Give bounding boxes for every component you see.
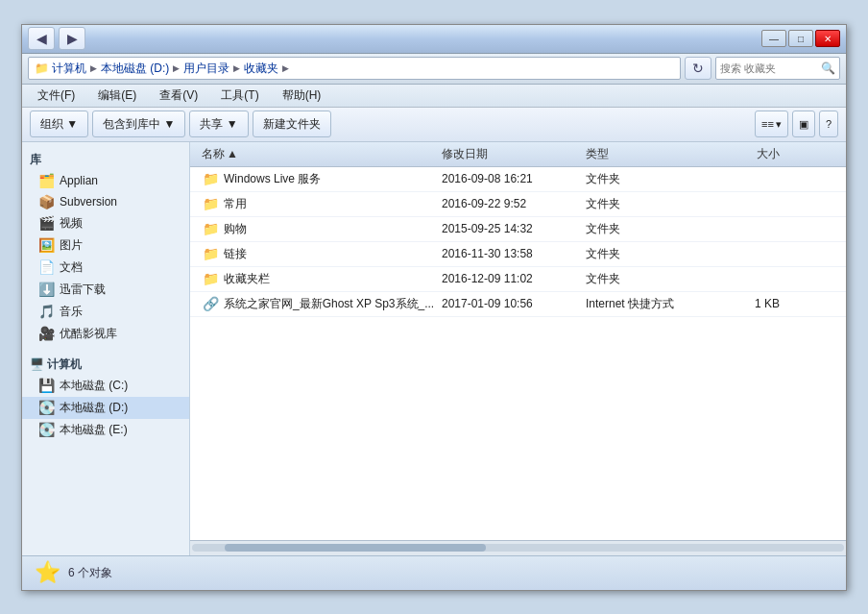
sidebar-item-applian[interactable]: 🗂️ Applian xyxy=(22,170,189,191)
sidebar-item-disk-d[interactable]: 💽 本地磁盘 (D:) xyxy=(22,397,189,419)
disk-e-icon: 💽 xyxy=(37,422,55,437)
menu-edit[interactable]: 编辑(E) xyxy=(90,86,144,106)
sidebar-item-subversion[interactable]: 📦 Subversion xyxy=(22,191,189,212)
title-bar-left: ◀ ▶ xyxy=(28,27,85,50)
file-icon-3: 📁 xyxy=(202,246,219,261)
col-header-type[interactable]: 类型 xyxy=(582,142,707,166)
file-list-area: 名称 ▲ 修改日期 类型 大小 📁 Win xyxy=(190,142,846,555)
disk-c-icon: 💾 xyxy=(37,378,55,393)
new-folder-label: 新建文件夹 xyxy=(263,116,321,133)
scrollbar-thumb[interactable] xyxy=(225,544,486,552)
file-name-1: 📁 常用 xyxy=(198,196,438,212)
sidebar-item-youku[interactable]: 🎥 优酷影视库 xyxy=(22,323,189,345)
sidebar-item-xunlei[interactable]: ⬇️ 迅雷下载 xyxy=(22,279,189,301)
address-part-disk[interactable]: 本地磁盘 (D:) xyxy=(101,61,169,77)
refresh-button[interactable]: ↻ xyxy=(685,57,711,80)
window-controls: — □ ✕ xyxy=(761,30,840,47)
breadcrumb-sep-4: ▶ xyxy=(282,63,289,73)
file-name-3: 📁 链接 xyxy=(198,246,438,262)
share-button[interactable]: 共享 ▼ xyxy=(189,111,248,137)
file-type-3: 文件夹 xyxy=(582,246,707,262)
sidebar-label-video: 视频 xyxy=(60,215,83,232)
menu-tools[interactable]: 工具(T) xyxy=(213,86,266,106)
sidebar-label-applian: Applian xyxy=(60,174,98,187)
col-header-size[interactable]: 大小 xyxy=(707,142,784,166)
col-header-date[interactable]: 修改日期 xyxy=(438,142,582,166)
pane-button[interactable]: ▣ xyxy=(792,111,815,137)
file-type-1: 文件夹 xyxy=(582,196,707,212)
file-name-5: 🔗 系统之家官网_最新Ghost XP Sp3系统_... xyxy=(198,296,438,312)
search-box[interactable]: 🔍 xyxy=(715,57,840,80)
help-button[interactable]: ? xyxy=(819,111,838,137)
address-path[interactable]: 📁 计算机 ▶ 本地磁盘 (D:) ▶ 用户目录 ▶ 收藏夹 ▶ xyxy=(28,57,681,80)
include-label: 包含到库中 ▼ xyxy=(103,116,175,133)
search-input[interactable] xyxy=(720,62,819,74)
status-text: 6 个对象 xyxy=(68,565,112,581)
music-icon: 🎵 xyxy=(37,304,55,319)
file-row-2[interactable]: 📁 购物 2015-09-25 14:32 文件夹 xyxy=(190,217,846,242)
sidebar-label-docs: 文档 xyxy=(60,259,83,276)
menu-view[interactable]: 查看(V) xyxy=(152,86,205,106)
organize-label: 组织 ▼ xyxy=(40,116,78,133)
forward-button[interactable]: ▶ xyxy=(59,27,85,50)
sidebar-label-disk-d: 本地磁盘 (D:) xyxy=(60,400,128,416)
back-button[interactable]: ◀ xyxy=(28,27,55,50)
file-type-5: Internet 快捷方式 xyxy=(582,296,707,312)
address-part-favorites[interactable]: 收藏夹 xyxy=(244,61,278,77)
address-part-computer[interactable]: 计算机 xyxy=(52,61,86,77)
video-icon: 🎬 xyxy=(37,215,55,231)
help-icon: ? xyxy=(826,118,832,130)
sidebar-item-pictures[interactable]: 🖼️ 图片 xyxy=(22,234,189,257)
file-name-4: 📁 收藏夹栏 xyxy=(198,271,438,287)
sidebar-item-music[interactable]: 🎵 音乐 xyxy=(22,301,189,323)
view-mode-button[interactable]: ≡≡ ▾ xyxy=(755,111,788,137)
disk-d-icon: 💽 xyxy=(37,400,55,415)
file-icon-1: 📁 xyxy=(202,196,219,211)
file-row-4[interactable]: 📁 收藏夹栏 2016-12-09 11:02 文件夹 xyxy=(190,267,846,292)
menu-file[interactable]: 文件(F) xyxy=(30,86,83,106)
sidebar-label-subversion: Subversion xyxy=(60,195,117,209)
view-icon: ≡≡ xyxy=(761,118,774,130)
sidebar-item-video[interactable]: 🎬 视频 xyxy=(22,212,189,234)
sidebar: 库 🗂️ Applian 📦 Subversion 🎬 视频 🖼️ 图片 📄 文… xyxy=(22,142,190,555)
file-row-5[interactable]: 🔗 系统之家官网_最新Ghost XP Sp3系统_... 2017-01-09… xyxy=(190,292,846,317)
file-row-1[interactable]: 📁 常用 2016-09-22 9:52 文件夹 xyxy=(190,192,846,217)
sidebar-label-pictures: 图片 xyxy=(60,237,83,254)
close-button[interactable]: ✕ xyxy=(815,30,840,47)
include-library-button[interactable]: 包含到库中 ▼ xyxy=(92,111,185,137)
col-header-name[interactable]: 名称 ▲ xyxy=(198,142,438,166)
status-bar: ⭐ 6 个对象 xyxy=(22,555,846,590)
new-folder-button[interactable]: 新建文件夹 xyxy=(253,111,331,137)
view-dropdown-icon: ▾ xyxy=(776,118,782,131)
organize-button[interactable]: 组织 ▼ xyxy=(30,111,88,137)
file-name-0: 📁 Windows Live 服务 xyxy=(198,171,438,187)
file-icon-0: 📁 xyxy=(202,171,219,186)
file-name-2: 📁 购物 xyxy=(198,221,438,237)
file-row-3[interactable]: 📁 链接 2016-11-30 13:58 文件夹 xyxy=(190,242,846,267)
sidebar-label-youku: 优酷影视库 xyxy=(60,326,117,342)
file-row-0[interactable]: 📁 Windows Live 服务 2016-09-08 16:21 文件夹 xyxy=(190,167,846,192)
sidebar-label-disk-e: 本地磁盘 (E:) xyxy=(60,422,128,438)
title-bar: ◀ ▶ — □ ✕ xyxy=(22,25,846,54)
address-part-userdir[interactable]: 用户目录 xyxy=(183,61,229,77)
sidebar-item-disk-e[interactable]: 💽 本地磁盘 (E:) xyxy=(22,419,189,441)
minimize-button[interactable]: — xyxy=(761,30,786,47)
menu-help[interactable]: 帮助(H) xyxy=(275,86,329,106)
maximize-button[interactable]: □ xyxy=(788,30,813,47)
folder-icon: 🗂️ xyxy=(37,173,55,188)
search-icon: 🔍 xyxy=(821,61,835,75)
sidebar-item-disk-c[interactable]: 💾 本地磁盘 (C:) xyxy=(22,375,189,397)
breadcrumb-sep-2: ▶ xyxy=(173,63,180,73)
sidebar-section-computer: 🖥️ 计算机 xyxy=(22,353,189,375)
address-folder-icon: 📁 xyxy=(35,61,49,75)
file-date-1: 2016-09-22 9:52 xyxy=(438,197,582,210)
file-list: 📁 Windows Live 服务 2016-09-08 16:21 文件夹 📁… xyxy=(190,167,846,540)
toolbar: 组织 ▼ 包含到库中 ▼ 共享 ▼ 新建文件夹 ≡≡ ▾ ▣ ? xyxy=(22,108,846,142)
file-type-0: 文件夹 xyxy=(582,171,707,187)
horizontal-scrollbar[interactable] xyxy=(190,540,846,555)
file-size-5: 1 KB xyxy=(707,297,784,310)
sidebar-item-docs[interactable]: 📄 文档 xyxy=(22,257,189,279)
sidebar-divider xyxy=(22,345,189,353)
content-area: 库 🗂️ Applian 📦 Subversion 🎬 视频 🖼️ 图片 📄 文… xyxy=(22,142,846,555)
file-icon-5: 🔗 xyxy=(202,296,219,311)
